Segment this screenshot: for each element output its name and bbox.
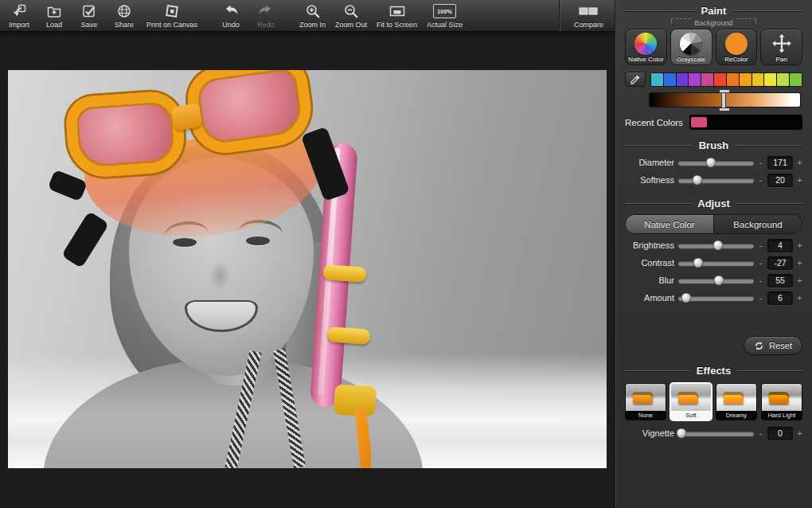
softness-increment-button[interactable]: +: [797, 175, 802, 185]
import-icon: [11, 3, 27, 20]
brightness-slider-knob[interactable]: [713, 240, 724, 251]
toolbar-group-history: UndoRedo: [218, 3, 279, 29]
undo-button[interactable]: Undo: [218, 3, 244, 29]
contrast-slider-row: Contrast - -27 +: [625, 256, 802, 269]
load-button[interactable]: Load: [41, 3, 67, 29]
bus-image: [769, 392, 789, 404]
brightness-decrement-button[interactable]: -: [758, 240, 763, 250]
effect-hard-light[interactable]: Hard Light: [761, 383, 802, 420]
blur-slider-track[interactable]: [678, 278, 754, 283]
brightness-value[interactable]: 4: [767, 239, 793, 252]
effect-soft[interactable]: Soft: [670, 383, 712, 420]
color-swatch[interactable]: [764, 73, 776, 86]
contrast-value[interactable]: -27: [767, 256, 793, 270]
softness-slider-track[interactable]: [678, 178, 754, 183]
blur-increment-button[interactable]: +: [797, 275, 802, 285]
color-swatch[interactable]: [740, 73, 751, 86]
save-button[interactable]: Save: [76, 3, 102, 29]
diameter-value[interactable]: 171: [767, 156, 793, 170]
effect-dreamy[interactable]: Dreamy: [716, 383, 757, 420]
diameter-decrement-button[interactable]: -: [758, 158, 763, 167]
amount-slider-knob[interactable]: [681, 293, 691, 303]
blur-value[interactable]: 55: [767, 274, 793, 287]
actual-size-button[interactable]: 100%Actual Size: [427, 3, 463, 29]
mask-lens-left: [64, 90, 186, 179]
softness-value[interactable]: 20: [767, 174, 793, 187]
mask-strap: [61, 211, 109, 268]
diameter-slider-knob[interactable]: [705, 158, 716, 168]
mode-native-color-button[interactable]: Native Color: [625, 29, 667, 65]
blur-slider-knob[interactable]: [714, 275, 724, 286]
bracket-right: [736, 18, 756, 24]
softness-slider-knob[interactable]: [692, 175, 702, 186]
shade-gradient-bar[interactable]: [649, 92, 801, 107]
amount-increment-button[interactable]: +: [797, 293, 802, 303]
color-swatch[interactable]: [664, 73, 676, 86]
color-picker-row: [625, 72, 802, 87]
effect-none[interactable]: None: [625, 383, 666, 420]
vignette-decrement-button[interactable]: -: [758, 428, 763, 438]
color-swatch[interactable]: [752, 73, 764, 86]
softness-decrement-button[interactable]: -: [758, 175, 763, 185]
print-on-canvas-button[interactable]: Print on Canvas: [146, 3, 197, 29]
recent-colors-row: Recent Colors: [625, 115, 802, 130]
color-swatch-strip: [650, 72, 802, 87]
contrast-decrement-button[interactable]: -: [758, 258, 763, 268]
actual-size-icon: 100%: [433, 3, 456, 20]
mode-recolor-button[interactable]: ReColor: [716, 29, 758, 65]
photo-girl-nose: [209, 261, 231, 290]
reset-label: Reset: [769, 341, 792, 350]
vignette-slider-knob[interactable]: [676, 428, 686, 439]
color-swatch[interactable]: [714, 73, 726, 86]
adjust-section-title: Adjust: [625, 197, 802, 209]
contrast-slider-knob[interactable]: [693, 258, 703, 268]
color-swatch[interactable]: [677, 73, 689, 86]
effect-thumbnail: [626, 384, 666, 411]
redo-button: Redo: [253, 3, 279, 29]
photo-canvas[interactable]: [8, 70, 607, 468]
brightness-increment-button[interactable]: +: [797, 240, 802, 250]
zoom-out-button[interactable]: Zoom Out: [335, 3, 367, 29]
amount-slider-track[interactable]: [678, 295, 754, 301]
eyedropper-button[interactable]: [625, 72, 646, 87]
blur-decrement-button[interactable]: -: [758, 275, 763, 285]
recent-color-swatch[interactable]: [691, 117, 707, 127]
gradient-cursor[interactable]: [721, 90, 726, 111]
mode-pan-button[interactable]: Pan: [760, 29, 802, 65]
vignette-slider-track[interactable]: [678, 431, 754, 436]
color-swatch[interactable]: [790, 73, 802, 86]
diameter-increment-button[interactable]: +: [797, 158, 802, 167]
brightness-slider-track[interactable]: [678, 243, 754, 248]
fit-to-screen-button[interactable]: Fit to Screen: [377, 3, 417, 29]
contrast-slider-track[interactable]: [678, 260, 754, 266]
mode-grayscale-button[interactable]: Grayscale: [670, 29, 712, 65]
effects-row: None Soft Dreamy Hard Light: [625, 383, 802, 420]
zoom-in-button[interactable]: Zoom In: [299, 3, 326, 29]
brush-sliders: Diameter - 171 + Softness - 20 +: [625, 156, 802, 186]
diameter-slider-track[interactable]: [678, 160, 754, 166]
vignette-increment-button[interactable]: +: [797, 428, 802, 438]
brush-section: Brush Diameter - 171 + Softness - 20 +: [625, 139, 802, 186]
brightness-slider-row: Brightness - 4 +: [625, 239, 802, 252]
tab-background[interactable]: Background: [713, 215, 802, 233]
import-button[interactable]: Import: [6, 3, 32, 29]
compare-button[interactable]: Compare: [574, 3, 603, 29]
tab-native-color[interactable]: Native Color: [626, 215, 713, 233]
color-swatch[interactable]: [727, 73, 739, 86]
color-swatch[interactable]: [689, 73, 701, 86]
toolbar-group-file: ImportLoadSaveSharePrint on Canvas: [6, 3, 197, 29]
vignette-slider-row: Vignette - 0 +: [625, 427, 802, 440]
color-swatch[interactable]: [701, 73, 713, 86]
contrast-increment-button[interactable]: +: [797, 258, 802, 268]
reset-button[interactable]: Reset: [744, 336, 802, 355]
color-swatch[interactable]: [651, 73, 663, 86]
blur-slider-row: Blur - 55 +: [625, 274, 802, 287]
softness-slider-row: Softness - 20 +: [625, 174, 802, 186]
effect-thumbnail: [671, 384, 711, 411]
effects-section-title: Effects: [625, 365, 802, 377]
color-swatch[interactable]: [777, 73, 789, 86]
vignette-value[interactable]: 0: [767, 427, 793, 440]
amount-value[interactable]: 6: [767, 291, 793, 305]
amount-decrement-button[interactable]: -: [758, 293, 763, 303]
share-button[interactable]: Share: [111, 3, 137, 29]
